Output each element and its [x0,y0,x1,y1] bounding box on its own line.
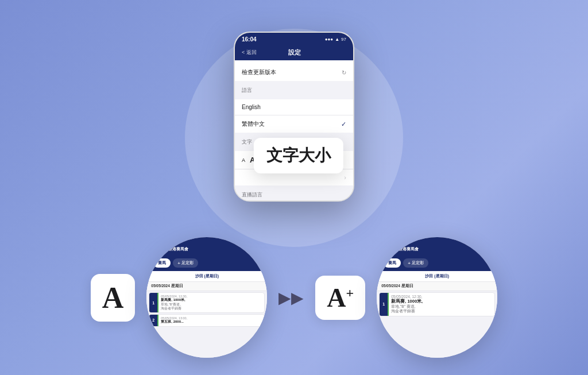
mini-day-right: 05/05/2024 星期日 [377,282,497,291]
mini-race-info-1-left: 05/05/2024, 12:30, 新馬賽, 1000米, 草地,"B"賽道,… [158,293,264,312]
mini-race-detail-1-right: 草地,"B" 賽道,淘金者平錦賽 [391,304,492,314]
status-time: 16:04 [242,36,257,42]
letter-aplus-label: A+ [327,283,354,312]
mini-race-num-1-left: 1 [149,293,157,312]
plus-icon-right: + [408,261,411,266]
check-update-section: 檢查更新版本 ↻ [235,64,353,81]
mini-race-detail-1-left: 草地,"B"賽道,淘金者平錦賽 [161,303,262,311]
svg-text:馬: 馬 [158,248,161,252]
svg-point-0 [156,246,163,253]
nav-title: 設定 [288,48,301,57]
mini-race-name-2-left: 第五班, 2000... [161,320,262,324]
mini-race-name-1-right: 新馬賽, 1000米, [391,299,492,304]
mini-tab-football-left[interactable]: + 足定彩 [173,258,198,268]
mini-tab-racing-left[interactable]: 賽馬 [153,258,171,268]
mini-logo-row-left: 馬 香港賽馬會 [151,242,262,257]
mini-screen-small: 馬 香港賽馬會 賽馬 + 足定彩 沙田 (星期日) 05/05/2024 星期日 [146,237,267,358]
stream-section-header: 直播語言 [235,185,353,200]
mini-day-left: 05/05/2024 星期日 [146,282,267,291]
traditional-chinese-label: 繁體中文 [242,120,265,128]
mini-body-right: 沙田 (星期日) 05/05/2024 星期日 1 05/05/2024, 12… [377,271,497,358]
mini-race-num-1-right: 1 [380,293,388,316]
signal-icon: ●●● [325,37,334,42]
phone-content: 檢查更新版本 ↻ 語言 English 繁體中文 ✓ 文字 [235,64,353,200]
mini-race-date-1-right: 05/05/2024, 12:30, [391,295,492,299]
mini-header-right: 馬 香港賽馬會 賽馬 + 足定彩 [377,237,497,271]
mini-race-info-1-right: 05/05/2024, 12:30, 新馬賽, 1000米, 草地,"B" 賽道… [389,293,494,316]
bottom-section: A 馬 香港賽馬會 賽馬 + 足定彩 [0,237,588,358]
mini-race-item-2-left: 2 05/05/2024, 13:00, 第五班, 2000... [149,314,265,327]
mini-logo-left: 馬 [153,243,166,256]
mini-tabs-left: 賽馬 + 足定彩 [151,258,262,268]
double-arrow-icon: ▶▶ [278,288,304,307]
language-options: English 繁體中文 ✓ [235,99,353,133]
language-english-row[interactable]: English [235,99,353,115]
stream-header-label: 直播語言 [235,185,353,200]
letter-a-label: A [102,281,124,314]
mini-race-item-1-right: 1 05/05/2024, 12:30, 新馬賽, 1000米, 草地,"B" … [379,292,495,316]
mini-tabs-right: 賽馬 + 足定彩 [381,258,493,268]
small-font-label-box: A [91,274,136,322]
mini-tab-football-right[interactable]: + 足定彩 [403,258,428,268]
mini-logo-text-right: 香港賽馬會 [399,246,419,252]
phone-status-bar: 16:04 ●●● ▲ 97 [235,33,353,45]
tooltip-text: 文字大小 [266,145,331,167]
large-font-label-box: A+ [315,276,365,320]
wifi-icon: ▲ [335,37,339,42]
mini-venue-right: 沙田 (星期日) [377,271,497,282]
mini-race-info-2-left: 05/05/2024, 13:00, 第五班, 2000... [158,315,264,326]
mini-race-name-1-left: 新馬賽, 1000米, [161,298,262,303]
mini-tab-football-label-left: 足定彩 [181,260,194,266]
mini-logo-text-left: 香港賽馬會 [168,246,188,252]
mini-body-left: 沙田 (星期日) 05/05/2024 星期日 1 05/05/2024, 12… [146,271,267,358]
back-button[interactable]: < 返回 [242,49,257,56]
phone-navbar: < 返回 設定 [235,45,353,60]
svg-text:馬: 馬 [388,248,392,252]
svg-point-2 [386,246,393,253]
language-traditional-row[interactable]: 繁體中文 ✓ [235,115,353,133]
check-update-label: 檢查更新版本 [242,68,276,76]
arrow-container: ▶▶ [278,288,304,307]
language-section-header: 語言 [235,81,353,96]
mini-tab-football-label-right: 足定彩 [412,260,424,266]
large-font-screen: 馬 香港賽馬會 賽馬 + 足定彩 沙田 (星期日) 05/05/2024 星期日 [377,237,497,358]
mini-logo-right: 馬 [384,243,396,256]
text-size-small-label: A [242,157,245,163]
battery-icon: 97 [341,37,346,42]
mini-tab-racing-right[interactable]: 賽馬 [384,258,401,268]
mini-race-item-1-left: 1 05/05/2024, 12:30, 新馬賽, 1000米, 草地,"B"賽… [149,292,265,313]
language-header-label: 語言 [235,81,353,96]
english-label: English [242,104,261,110]
mini-venue-left: 沙田 (星期日) [146,271,267,282]
check-update-row[interactable]: 檢查更新版本 ↻ [235,64,353,81]
plus-icon-left: + [177,261,180,266]
mini-race-num-2-left: 2 [149,315,157,326]
refresh-icon: ↻ [342,69,346,76]
tooltip-box: 文字大小 [254,138,343,173]
mini-logo-row-right: 馬 香港賽馬會 [381,242,493,257]
mini-screen-large: 馬 香港賽馬會 賽馬 + 足定彩 沙田 (星期日) 05/05/2024 星期日 [377,237,497,358]
status-icons: ●●● ▲ 97 [325,37,346,42]
mini-header-left: 馬 香港賽馬會 賽馬 + 足定彩 [146,237,267,271]
small-font-screen: 馬 香港賽馬會 賽馬 + 足定彩 沙田 (星期日) 05/05/2024 星期日 [146,237,267,358]
phone-mockup: 16:04 ●●● ▲ 97 < 返回 設定 檢查更新版本 ↻ [234,32,354,202]
check-mark-icon: ✓ [341,121,346,128]
chevron-right-icon: › [344,174,346,181]
